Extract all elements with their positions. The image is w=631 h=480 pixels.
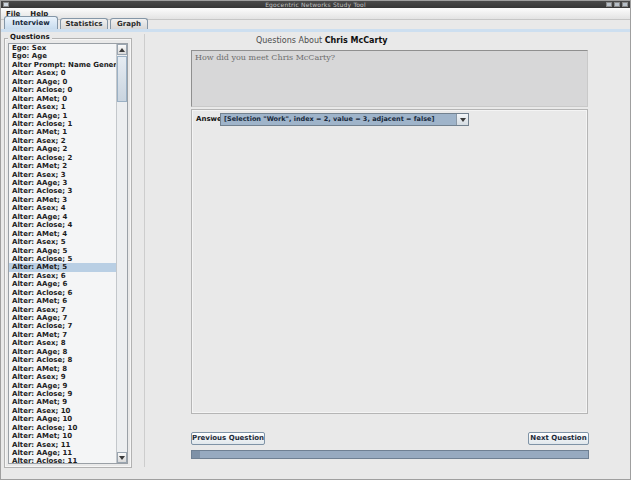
title-bar: Egocentric Networks Study Tool <box>1 1 630 8</box>
question-list-item[interactable]: Ego: Age <box>9 52 117 60</box>
question-list-item[interactable]: Alter: Aclose; 4 <box>9 221 117 229</box>
question-list-item[interactable]: Alter: AAge; 4 <box>9 213 117 221</box>
question-list-item[interactable]: Alter: AMet; 9 <box>9 398 117 406</box>
question-list-item[interactable]: Alter: Aclose; 6 <box>9 289 117 297</box>
question-list-item[interactable]: Alter: AAge; 3 <box>9 179 117 187</box>
tab-graph[interactable]: Graph <box>110 18 148 29</box>
question-list-item[interactable]: Alter: AMet; 5 <box>9 263 117 271</box>
question-list-item[interactable]: Alter: Asex; 8 <box>9 339 117 347</box>
question-list-item[interactable]: Alter: Aclose; 0 <box>9 86 117 94</box>
question-list-item[interactable]: Alter: Aclose; 9 <box>9 390 117 398</box>
questions-scrollbar[interactable] <box>116 44 127 463</box>
next-question-button[interactable]: Next Question <box>528 432 589 445</box>
question-list-item[interactable]: Alter: AAge; 8 <box>9 348 117 356</box>
question-list-item[interactable]: Alter: AMet; 10 <box>9 432 117 440</box>
previous-question-button[interactable]: Previous Question <box>191 432 265 445</box>
minimize-icon[interactable] <box>606 2 612 7</box>
question-list-item[interactable]: Alter: Asex; 10 <box>9 407 117 415</box>
questions-list: Ego: SexEgo: AgeAlter Prompt: Name Gener… <box>8 43 128 464</box>
question-list-item[interactable]: Alter: Asex; 5 <box>9 238 117 246</box>
answer-combobox-value[interactable]: [Selection "Work", index = 2, value = 3,… <box>221 114 456 125</box>
arrow-up-icon <box>119 48 125 52</box>
interview-progress-bar <box>191 450 589 459</box>
scroll-down-button[interactable] <box>117 452 127 463</box>
question-list-item[interactable]: Alter: Asex; 3 <box>9 171 117 179</box>
tab-bar: Interview Statistics Graph <box>1 16 630 29</box>
question-list-item[interactable]: Alter: Asex; 9 <box>9 373 117 381</box>
question-list-item[interactable]: Alter: AAge; 7 <box>9 314 117 322</box>
question-list-item[interactable]: Alter: Asex; 11 <box>9 441 117 449</box>
question-list-item[interactable]: Alter: Aclose; 10 <box>9 424 117 432</box>
window-controls <box>606 2 628 7</box>
question-list-item[interactable]: Alter: AMet; 6 <box>9 297 117 305</box>
question-list-item[interactable]: Alter: AMet; 3 <box>9 196 117 204</box>
answer-combobox[interactable]: [Selection "Work", index = 2, value = 3,… <box>220 113 469 126</box>
chevron-down-icon <box>460 118 466 122</box>
question-list-item[interactable]: Alter: AAge; 6 <box>9 280 117 288</box>
combobox-dropdown-button[interactable] <box>456 114 468 125</box>
progress-bar-fill <box>192 451 200 458</box>
scrollbar-thumb[interactable] <box>117 56 127 102</box>
question-panel: Questions About Chris McCarty How did yo… <box>146 32 631 467</box>
question-list-item[interactable]: Alter: Aclose; 7 <box>9 322 117 330</box>
question-list-item[interactable]: Alter: AAge; 10 <box>9 415 117 423</box>
questions-panel-title: Questions <box>8 33 52 41</box>
question-list-item[interactable]: Alter: AAge; 11 <box>9 449 117 457</box>
question-list-item[interactable]: Alter: Aclose; 5 <box>9 255 117 263</box>
question-list-item[interactable]: Alter: Asex; 7 <box>9 306 117 314</box>
close-icon[interactable] <box>622 2 628 7</box>
arrow-down-icon <box>119 456 125 460</box>
question-list-item[interactable]: Alter: Aclose; 3 <box>9 187 117 195</box>
question-list-item[interactable]: Ego: Sex <box>9 44 117 52</box>
question-list-item[interactable]: Alter: AAge; 1 <box>9 112 117 120</box>
maximize-icon[interactable] <box>614 2 620 7</box>
question-list-item[interactable]: Alter: Asex; 1 <box>9 103 117 111</box>
app-icon <box>3 2 9 7</box>
question-list-item[interactable]: Alter: AMet; 1 <box>9 128 117 136</box>
question-list-item[interactable]: Alter: AMet; 0 <box>9 95 117 103</box>
question-text-area: How did you meet Chris McCarty? <box>191 50 588 107</box>
question-list-item[interactable]: Alter: AMet; 4 <box>9 230 117 238</box>
scroll-up-button[interactable] <box>117 44 127 55</box>
respondent-name: Chris McCarty <box>325 36 388 45</box>
page-title-prefix: Questions About <box>256 36 325 45</box>
question-list-item[interactable]: Alter: AMet; 8 <box>9 365 117 373</box>
question-list-item[interactable]: Alter: AMet; 7 <box>9 331 117 339</box>
interview-tab-content: Questions Ego: SexEgo: AgeAlter Prompt: … <box>1 29 630 467</box>
question-list-item[interactable]: Alter Prompt: Name Generator <box>9 61 117 69</box>
question-list-item[interactable]: Alter: AAge; 2 <box>9 145 117 153</box>
question-list-item[interactable]: Alter: Asex; 4 <box>9 204 117 212</box>
question-list-item[interactable]: Alter: AAge; 0 <box>9 78 117 86</box>
question-list-item[interactable]: Alter: AMet; 2 <box>9 162 117 170</box>
app-window: Egocentric Networks Study Tool File Help… <box>0 0 631 480</box>
question-list-item[interactable]: Alter: Aclose; 2 <box>9 154 117 162</box>
question-list-item[interactable]: Alter: Aclose; 8 <box>9 356 117 364</box>
split-divider[interactable] <box>144 34 145 467</box>
question-list-item[interactable]: Alter: AAge; 5 <box>9 247 117 255</box>
questions-list-viewport: Ego: SexEgo: AgeAlter Prompt: Name Gener… <box>9 44 117 463</box>
question-list-item[interactable]: Alter: Asex; 6 <box>9 272 117 280</box>
tab-statistics[interactable]: Statistics <box>60 18 108 29</box>
question-list-item[interactable]: Alter: Asex; 2 <box>9 137 117 145</box>
question-list-item[interactable]: Alter: Asex; 0 <box>9 69 117 77</box>
question-text: How did you meet Chris McCarty? <box>195 53 584 62</box>
question-list-item[interactable]: Alter: Aclose; 1 <box>9 120 117 128</box>
tab-interview[interactable]: Interview <box>4 16 58 29</box>
window-title: Egocentric Networks Study Tool <box>265 1 366 8</box>
answer-panel: Answer: [Selection "Work", index = 2, va… <box>191 109 588 414</box>
question-list-item[interactable]: Alter: AAge; 9 <box>9 382 117 390</box>
page-title: Questions About Chris McCarty <box>256 36 387 45</box>
question-list-item[interactable]: Alter: Aclose; 11 <box>9 457 117 463</box>
